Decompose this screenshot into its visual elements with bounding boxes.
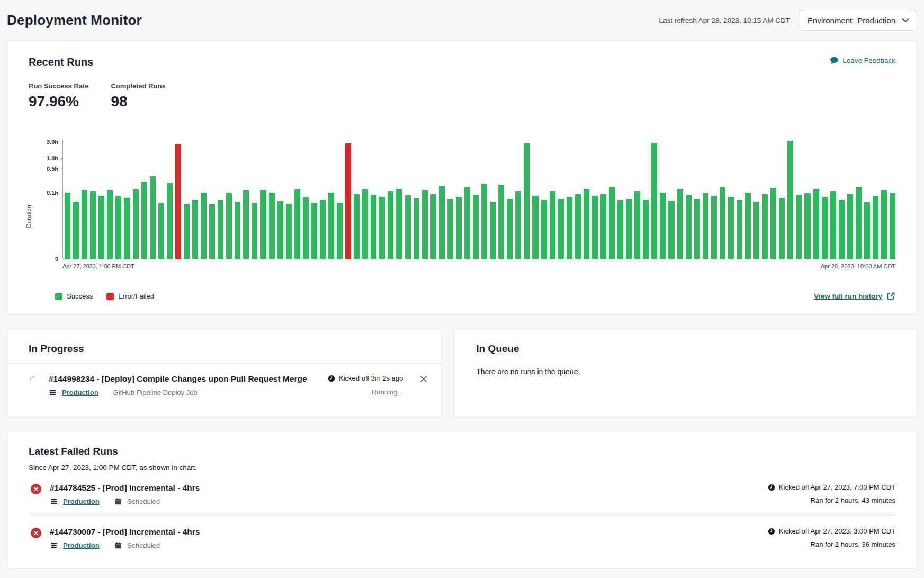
run-bar[interactable]: [405, 195, 411, 259]
run-bar[interactable]: [762, 194, 768, 259]
run-bar[interactable]: [515, 191, 521, 259]
run-bar[interactable]: [541, 200, 547, 259]
run-bar[interactable]: [260, 190, 266, 259]
run-bar[interactable]: [830, 191, 836, 259]
run-bar[interactable]: [328, 193, 334, 259]
run-bar[interactable]: [422, 190, 428, 259]
run-bar[interactable]: [167, 183, 173, 259]
run-bar[interactable]: [235, 202, 240, 259]
run-bar[interactable]: [158, 203, 164, 259]
run-bar[interactable]: [124, 198, 130, 259]
run-bar[interactable]: [311, 203, 317, 259]
run-bar[interactable]: [107, 190, 113, 259]
cancel-run-button[interactable]: [419, 374, 428, 385]
run-bar[interactable]: [728, 197, 734, 259]
run-bar[interactable]: [507, 199, 513, 259]
run-bar[interactable]: [252, 203, 257, 259]
run-bar[interactable]: [388, 191, 393, 259]
run-bar[interactable]: [184, 204, 190, 259]
run-bar[interactable]: [498, 185, 504, 259]
failed-run-environment-link[interactable]: Production: [63, 541, 100, 549]
run-bar[interactable]: [720, 187, 725, 259]
environment-selector[interactable]: Environment Production: [799, 10, 917, 31]
run-bar[interactable]: [643, 200, 649, 259]
run-bar[interactable]: [456, 197, 462, 259]
view-full-run-history-link[interactable]: View full run history: [814, 292, 895, 301]
run-bar[interactable]: [856, 187, 862, 259]
run-bar[interactable]: [464, 187, 470, 259]
run-bar[interactable]: [873, 196, 878, 259]
run-bar-failed[interactable]: [345, 143, 351, 259]
run-bar[interactable]: [550, 191, 555, 259]
run-bar[interactable]: [779, 198, 785, 259]
run-bar[interactable]: [711, 196, 717, 259]
run-bar[interactable]: [218, 200, 223, 259]
run-bar[interactable]: [686, 195, 692, 259]
run-bar[interactable]: [447, 199, 453, 259]
run-bar[interactable]: [890, 193, 895, 259]
chart-plot-area[interactable]: [62, 140, 895, 259]
failed-run-environment-link[interactable]: Production: [63, 498, 100, 505]
run-bar[interactable]: [634, 191, 640, 259]
run-bar[interactable]: [703, 193, 708, 259]
run-bar[interactable]: [150, 176, 156, 259]
run-bar[interactable]: [73, 202, 79, 259]
run-bar[interactable]: [847, 194, 853, 259]
run-bar[interactable]: [209, 204, 215, 259]
run-bar[interactable]: [294, 189, 300, 259]
run-bar[interactable]: [414, 198, 419, 259]
run-bar[interactable]: [745, 193, 751, 259]
run-bar[interactable]: [115, 196, 121, 259]
run-bar[interactable]: [439, 186, 445, 259]
run-bar[interactable]: [753, 202, 759, 259]
run-bar[interactable]: [584, 189, 589, 259]
run-bar[interactable]: [473, 195, 479, 259]
run-bar[interactable]: [813, 189, 819, 259]
run-bar[interactable]: [430, 194, 436, 259]
run-bar[interactable]: [371, 195, 376, 259]
run-bar-failed[interactable]: [175, 144, 181, 259]
run-bar[interactable]: [98, 196, 104, 259]
run-bar[interactable]: [320, 200, 326, 259]
run-bar[interactable]: [379, 197, 385, 259]
run-bar[interactable]: [592, 196, 598, 259]
run-bar[interactable]: [609, 187, 615, 259]
in-progress-environment-link[interactable]: Production: [62, 389, 98, 396]
run-bar[interactable]: [839, 200, 845, 259]
run-bar[interactable]: [677, 189, 683, 259]
run-bar[interactable]: [524, 143, 530, 259]
run-bar[interactable]: [90, 191, 96, 259]
run-bar[interactable]: [396, 189, 402, 259]
run-bar[interactable]: [362, 189, 368, 259]
run-bar[interactable]: [694, 199, 700, 259]
run-bar[interactable]: [822, 197, 828, 259]
run-bar[interactable]: [82, 190, 87, 259]
run-bar[interactable]: [864, 202, 870, 259]
run-bar[interactable]: [286, 204, 292, 259]
run-bar[interactable]: [354, 194, 360, 259]
run-bar[interactable]: [651, 143, 657, 259]
run-bar[interactable]: [269, 193, 275, 259]
run-bar[interactable]: [532, 196, 538, 259]
run-bar[interactable]: [337, 203, 343, 259]
run-bar[interactable]: [660, 193, 666, 259]
run-bar[interactable]: [481, 184, 487, 259]
run-bar[interactable]: [558, 199, 564, 259]
run-bar[interactable]: [575, 194, 581, 259]
run-bar[interactable]: [65, 193, 70, 259]
run-bar[interactable]: [243, 190, 249, 259]
run-bar[interactable]: [133, 189, 139, 259]
run-bar[interactable]: [804, 193, 810, 259]
run-bar[interactable]: [787, 141, 793, 259]
run-bar[interactable]: [600, 194, 606, 259]
run-bar[interactable]: [567, 197, 572, 259]
run-bar[interactable]: [141, 182, 147, 259]
run-bar[interactable]: [668, 201, 674, 259]
run-bar[interactable]: [617, 200, 623, 259]
run-bar[interactable]: [277, 201, 283, 259]
run-bar[interactable]: [192, 200, 198, 259]
run-bar[interactable]: [796, 195, 802, 259]
run-bar[interactable]: [226, 193, 232, 259]
run-bar[interactable]: [201, 193, 207, 259]
run-bar[interactable]: [737, 200, 742, 259]
